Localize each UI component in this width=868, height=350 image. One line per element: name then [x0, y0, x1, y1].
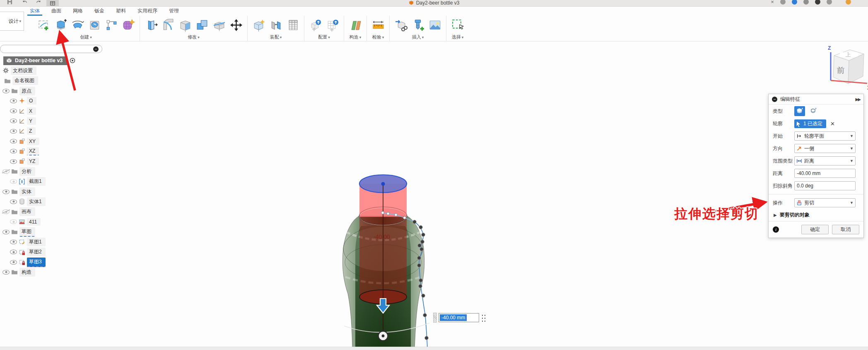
info-icon[interactable]: i	[773, 226, 779, 233]
canvas-image-icon[interactable]	[427, 17, 443, 33]
tab-plastic[interactable]: 塑料	[110, 7, 132, 16]
tree-item-axis-z[interactable]: Z	[0, 126, 112, 136]
visibility-eye-icon[interactable]	[10, 129, 17, 134]
taper-angle-input[interactable]	[794, 181, 856, 190]
tree-item-origin-point[interactable]: O	[0, 96, 112, 106]
profile-badge[interactable]	[846, 0, 851, 5]
tree-item-plane-xy[interactable]: XY	[0, 136, 112, 146]
revolve-icon[interactable]	[70, 17, 85, 33]
configuration-table-icon[interactable]	[325, 17, 340, 33]
objects-to-cut-row[interactable]: ▶ 要剪切的对象	[769, 209, 863, 221]
visibility-eye-icon[interactable]	[10, 139, 17, 143]
workspace-switcher[interactable]: 设计▾	[0, 12, 24, 31]
close-tab-icon[interactable]: ×	[769, 0, 776, 6]
expand-triangle-icon[interactable]: ▶	[774, 213, 777, 217]
configuration-icon[interactable]	[308, 17, 323, 33]
tree-item-plane-yz[interactable]: YZ	[0, 156, 112, 166]
tab-utilities[interactable]: 实用程序	[132, 7, 163, 16]
create-form-icon[interactable]	[121, 17, 136, 33]
help-icon[interactable]	[792, 0, 797, 5]
redo-icon[interactable]	[35, 0, 42, 6]
joint-table-icon[interactable]	[285, 17, 301, 33]
notifications-icon[interactable]	[803, 0, 809, 5]
dialog-collapse-icon[interactable]: −	[772, 97, 777, 102]
visibility-eye-icon[interactable]	[2, 89, 10, 93]
dimension-input[interactable]: -40.00 mm	[439, 313, 479, 322]
pattern-icon[interactable]	[104, 17, 119, 33]
group-label-assemble[interactable]: 装配▾	[270, 34, 282, 41]
browser-root-node[interactable]: Day2-beer bottle v3	[0, 56, 112, 66]
visibility-eye-icon[interactable]	[10, 250, 17, 254]
visibility-eye-icon[interactable]	[10, 240, 17, 244]
visibility-eye-icon[interactable]	[2, 230, 10, 234]
move-copy-icon[interactable]	[228, 17, 244, 33]
undo-icon[interactable]	[21, 0, 28, 6]
visibility-eye-icon[interactable]	[10, 260, 17, 265]
tree-item-canvases-folder[interactable]: 画布	[0, 207, 112, 216]
shell-icon[interactable]	[177, 17, 193, 33]
split-body-icon[interactable]	[211, 17, 227, 33]
tree-item-sketch3[interactable]: 草图3	[0, 257, 112, 267]
clear-selection-icon[interactable]: ✕	[830, 121, 835, 127]
visibility-eye-icon[interactable]	[2, 190, 10, 194]
tree-item-analysis-folder[interactable]: 分析	[0, 166, 112, 176]
fillet-icon[interactable]	[160, 17, 176, 33]
type-extrude-button[interactable]	[794, 106, 805, 116]
tab-solid[interactable]: 实体	[24, 7, 46, 16]
visibility-eye-off-icon[interactable]	[2, 209, 10, 214]
collapse-all-icon[interactable]: −	[93, 46, 99, 52]
tree-item-origin-folder[interactable]: 原点	[0, 86, 112, 96]
visibility-eye-icon[interactable]	[10, 119, 17, 123]
tree-item-bodies-folder[interactable]: 实体	[0, 187, 112, 197]
visibility-eye-icon[interactable]	[10, 149, 17, 153]
tab-manage[interactable]: 管理	[163, 7, 185, 16]
measure-icon[interactable]	[370, 17, 386, 33]
group-label-construct[interactable]: 构造▾	[350, 34, 362, 41]
drag-handle-icon[interactable]	[433, 313, 437, 323]
tree-item-named-views[interactable]: 命名视图	[0, 76, 112, 86]
visibility-eye-icon[interactable]	[10, 159, 17, 164]
insert-fastener-icon[interactable]	[410, 17, 426, 33]
joint-icon[interactable]	[268, 17, 284, 33]
distance-input[interactable]	[794, 169, 856, 178]
group-label-insert[interactable]: 插入▾	[412, 34, 424, 41]
tree-item-body1[interactable]: 实体1	[0, 197, 112, 207]
new-component-icon[interactable]	[251, 17, 267, 33]
tree-item-section1[interactable]: 截面1	[0, 177, 112, 187]
tree-item-document-settings[interactable]: 文档设置	[0, 66, 112, 75]
cancel-button[interactable]: 取消	[832, 225, 859, 234]
tab-mesh[interactable]: 网格	[67, 7, 89, 16]
visibility-eye-dim-icon[interactable]	[10, 219, 17, 224]
view-cube[interactable]: 上 前 Z X	[824, 43, 868, 95]
visibility-eye-icon[interactable]	[10, 199, 17, 204]
tree-item-canvas-411[interactable]: 411	[0, 217, 112, 227]
insert-derive-icon[interactable]	[393, 17, 409, 33]
visibility-eye-icon[interactable]	[2, 270, 10, 275]
dialog-expand-icon[interactable]: ▶▶	[856, 97, 860, 102]
visibility-eye-icon[interactable]	[10, 109, 17, 113]
profile-selected-chip[interactable]: 1 已选定	[794, 119, 826, 128]
browser-search-bar[interactable]: −	[0, 45, 102, 53]
type-thin-extrude-button[interactable]	[808, 106, 819, 116]
extensions-icon[interactable]	[780, 0, 786, 5]
tab-sheetmetal[interactable]: 钣金	[89, 7, 110, 16]
press-pull-icon[interactable]	[143, 17, 159, 33]
tree-item-axis-y[interactable]: Y	[0, 116, 112, 126]
tree-item-sketches-folder[interactable]: 草图	[0, 227, 112, 237]
group-label-select[interactable]: 选择▾	[452, 34, 464, 41]
construction-plane-icon[interactable]	[347, 17, 363, 33]
extrude-icon[interactable]	[53, 17, 68, 33]
visibility-eye-dim-icon[interactable]	[10, 179, 17, 184]
tree-item-sketch1[interactable]: 草图1	[0, 237, 112, 247]
tree-item-sketch2[interactable]: 草图2	[0, 247, 112, 257]
operation-select[interactable]: 剪切▼	[794, 198, 856, 207]
group-label-configure[interactable]: 配置▾	[318, 34, 330, 41]
user-avatar[interactable]	[827, 0, 832, 5]
grip-dots-icon[interactable]	[481, 313, 486, 322]
extent-type-select[interactable]: 距离▼	[794, 156, 856, 165]
ok-button[interactable]: 确定	[801, 225, 829, 234]
tree-item-axis-x[interactable]: X	[0, 106, 112, 116]
visibility-eye-off-icon[interactable]	[2, 169, 10, 174]
combine-icon[interactable]	[194, 17, 210, 33]
hole-icon[interactable]	[87, 17, 102, 33]
